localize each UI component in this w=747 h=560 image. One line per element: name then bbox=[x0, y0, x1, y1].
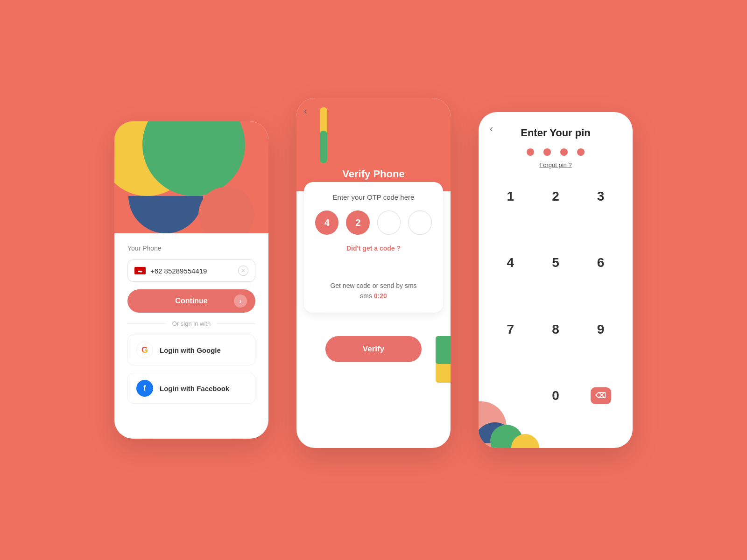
otp-card: Enter your OTP code here 4 2 Did't get a… bbox=[304, 182, 443, 313]
deco-bar-green bbox=[320, 131, 327, 163]
verify-container: Verify bbox=[296, 322, 451, 371]
numpad-key-7[interactable]: 7 bbox=[488, 311, 533, 348]
google-icon: G bbox=[136, 342, 153, 358]
divider-line-left bbox=[127, 323, 167, 324]
numpad-key-6[interactable]: 6 bbox=[578, 244, 623, 281]
resend-link[interactable]: Did't get a code ? bbox=[346, 245, 401, 252]
otp-digit-3[interactable] bbox=[377, 210, 401, 235]
sms-timer: 0:20 bbox=[374, 292, 387, 300]
resend-container: Did't get a code ? bbox=[315, 244, 432, 252]
divider: Or sign in with bbox=[127, 320, 255, 327]
pin-dot-2 bbox=[543, 148, 551, 156]
numpad-key-9[interactable]: 9 bbox=[578, 311, 623, 348]
phone2-header: ‹ Verify Phone bbox=[296, 98, 451, 191]
divider-text: Or sign in with bbox=[172, 320, 211, 327]
forgot-pin-link[interactable]: Forgot pin ? bbox=[539, 161, 571, 168]
clear-icon[interactable]: ✕ bbox=[238, 266, 248, 276]
pin-dot-4 bbox=[577, 148, 585, 156]
sms-timer-label: sms bbox=[360, 292, 374, 300]
otp-digit-2[interactable]: 2 bbox=[346, 210, 369, 235]
backspace-icon: ⌫ bbox=[591, 387, 611, 404]
verify-button[interactable]: Verify bbox=[325, 336, 422, 362]
phone1-header bbox=[114, 121, 268, 233]
numpad-backspace-button[interactable]: ⌫ bbox=[578, 377, 623, 414]
phone-number-value: +62 85289554419 bbox=[150, 267, 233, 275]
facebook-icon: f bbox=[136, 380, 153, 397]
phone2-back-button[interactable]: ‹ bbox=[304, 105, 307, 116]
phone1-body: Your Phone 🇮🇩 +62 85289554419 ✕ Continue… bbox=[114, 233, 268, 415]
phone-input-container[interactable]: 🇮🇩 +62 85289554419 ✕ bbox=[127, 259, 255, 282]
phone-label: Your Phone bbox=[127, 245, 255, 252]
continue-label: Continue bbox=[175, 297, 207, 305]
numpad-key-0[interactable]: 0 bbox=[533, 377, 578, 414]
facebook-label: Login with Facebook bbox=[160, 385, 229, 392]
numpad-key-4[interactable]: 4 bbox=[488, 244, 533, 281]
otp-input-row[interactable]: 4 2 bbox=[315, 210, 432, 235]
divider-line-right bbox=[216, 323, 255, 324]
pin-dot-1 bbox=[527, 148, 534, 156]
continue-button[interactable]: Continue › bbox=[127, 289, 255, 313]
blob-blue bbox=[128, 196, 203, 233]
phone1-screen: Your Phone 🇮🇩 +62 85289554419 ✕ Continue… bbox=[114, 121, 268, 439]
otp-instruction: Enter your OTP code here bbox=[315, 193, 432, 201]
phone3-deco bbox=[479, 383, 539, 448]
numpad-key-8[interactable]: 8 bbox=[533, 311, 578, 348]
phone3-back-button[interactable]: ‹ bbox=[490, 123, 493, 134]
google-label: Login with Google bbox=[160, 346, 221, 354]
arrow-icon: › bbox=[234, 294, 247, 308]
sms-info-text: Get new code or send by sms bbox=[330, 282, 416, 289]
otp-digit-4[interactable] bbox=[408, 210, 432, 235]
otp-digit-1[interactable]: 4 bbox=[315, 210, 338, 235]
phone2-deco-green bbox=[436, 336, 451, 364]
phone3-screen: ‹ Enter Your pin Forgot pin ? 1 2 3 4 5 … bbox=[479, 112, 633, 448]
numpad-key-3[interactable]: 3 bbox=[578, 178, 623, 215]
google-login-button[interactable]: G Login with Google bbox=[127, 335, 255, 365]
phone2-title: Verify Phone bbox=[296, 168, 451, 180]
pin-dots bbox=[527, 148, 585, 156]
sms-info: Get new code or send by sms sms 0:20 bbox=[315, 280, 432, 301]
numpad-key-2[interactable]: 2 bbox=[533, 178, 578, 215]
numpad-key-1[interactable]: 1 bbox=[488, 178, 533, 215]
facebook-login-button[interactable]: f Login with Facebook bbox=[127, 373, 255, 404]
phone2-screen: ‹ Verify Phone Enter your OTP code here … bbox=[296, 98, 451, 448]
numpad-key-5[interactable]: 5 bbox=[533, 244, 578, 281]
pin-dot-3 bbox=[560, 148, 568, 156]
phone3-header: ‹ Enter Your pin Forgot pin ? bbox=[479, 112, 633, 173]
phone3-title: Enter Your pin bbox=[521, 127, 591, 139]
flag-icon: 🇮🇩 bbox=[134, 267, 146, 274]
